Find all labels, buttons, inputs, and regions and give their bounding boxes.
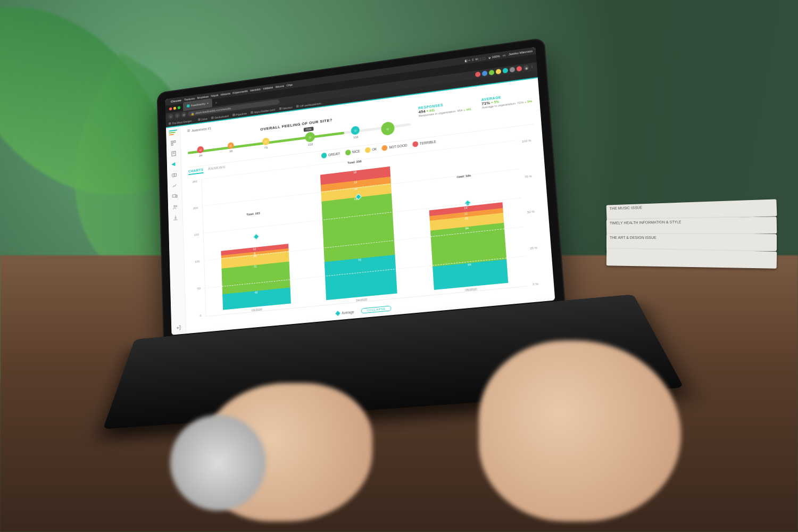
back-button[interactable]: ‹	[169, 114, 173, 119]
y-tick: 0	[193, 314, 201, 318]
menubar-item[interactable]: Kirjanmerkit	[232, 89, 248, 94]
y2-tick: 25 %	[530, 245, 543, 250]
nav-chart-icon[interactable]	[171, 182, 178, 189]
bookmark-item[interactable]: Netvisor	[279, 105, 293, 110]
bookmark-favicon-icon	[296, 105, 299, 107]
bookmark-favicon-icon	[232, 113, 235, 116]
nav-surveys-icon[interactable]	[170, 150, 177, 157]
traffic-min-icon[interactable]	[173, 107, 176, 110]
y2-tick: 50 %	[527, 209, 541, 214]
nav-users-icon[interactable]	[172, 203, 179, 211]
sentiment-face-icon	[382, 145, 388, 151]
bookmark-item[interactable]: Drive	[198, 117, 207, 121]
bookmark-favicon-icon	[198, 118, 201, 121]
nav-camera-icon[interactable]	[171, 171, 178, 179]
bookmark-favicon-icon	[279, 107, 282, 110]
svg-rect-8	[172, 195, 176, 197]
y2-tick: 100 %	[522, 138, 535, 143]
collapse-button[interactable]: COLLAPSE	[361, 305, 392, 313]
y2-tick: 0 %	[533, 281, 546, 286]
y-tick: 150	[190, 233, 198, 237]
nav-download-icon[interactable]	[172, 214, 179, 221]
bookmark-favicon-icon	[251, 111, 253, 114]
menubar-item[interactable]: Välilehti	[263, 86, 273, 90]
ext-icon[interactable]	[517, 66, 522, 72]
nav-dashboard-icon[interactable]	[170, 139, 177, 147]
lock-icon: 🔒	[191, 112, 194, 115]
sentiment-face-icon	[345, 149, 351, 156]
bar-column: Total: 238 72115191319 04/2020	[320, 156, 397, 305]
legend-item[interactable]: NICE	[345, 148, 360, 156]
menubar-item[interactable]: Henkilöt	[250, 88, 261, 92]
ext-icon[interactable]	[489, 70, 495, 76]
forward-button[interactable]: ›	[175, 113, 180, 118]
bookmark-item[interactable]: Pipedrive	[232, 112, 247, 117]
legend-item[interactable]: TERRIBLE	[412, 139, 436, 147]
y-tick: 50	[192, 287, 201, 290]
average-point-icon	[253, 234, 260, 240]
menubar-item[interactable]: Ohje	[286, 83, 293, 87]
average-legend: Average	[336, 310, 354, 315]
svg-rect-0	[171, 141, 173, 143]
traffic-max-icon[interactable]	[178, 106, 180, 109]
menubar-item[interactable]: Näytä	[211, 94, 218, 97]
close-icon[interactable]: ×	[207, 102, 209, 105]
sentiment-face-icon	[321, 153, 327, 159]
sentiment-face-icon: ☺	[197, 146, 204, 153]
ext-icon[interactable]	[510, 67, 516, 73]
responses-metric: RESPONSES 454 + 441 Responses in organiz…	[418, 99, 471, 118]
traffic-close-icon[interactable]	[169, 107, 172, 111]
sentiment-face-icon: ☺	[228, 142, 234, 149]
y-tick: 250	[188, 180, 197, 184]
awareness-label: Awareness #1	[192, 126, 211, 132]
x-tick: 04/2020	[356, 298, 367, 302]
x-tick: 03/2020	[252, 307, 262, 312]
chart-tab-ranking[interactable]: RANKING	[208, 165, 226, 172]
menubar-item[interactable]: Ikkuna	[276, 85, 284, 89]
svg-point-10	[174, 205, 176, 207]
legend-item[interactable]: NOT GOOD	[382, 143, 408, 151]
diamond-icon	[335, 311, 340, 316]
tab-favicon-icon	[187, 104, 189, 107]
bar-segment[interactable]: 115	[322, 194, 395, 262]
wristwatch	[170, 415, 266, 511]
ext-icon[interactable]	[482, 71, 488, 77]
brand-logo-icon[interactable]	[169, 129, 177, 136]
bar-segment[interactable]: 72	[325, 255, 397, 301]
ext-icon[interactable]	[475, 71, 481, 77]
bookmark-favicon-icon	[169, 122, 171, 125]
average-badge: 71%	[303, 127, 313, 132]
ext-icon[interactable]	[496, 69, 502, 74]
svg-rect-9	[176, 195, 177, 197]
y-tick: 100	[191, 260, 200, 263]
tab-label: Feedbackly	[191, 102, 205, 107]
ext-icon[interactable]	[503, 68, 509, 73]
svg-rect-6	[172, 173, 177, 177]
svg-point-11	[176, 205, 177, 207]
chart-tab-charts[interactable]: CHARTS	[188, 168, 204, 176]
question-type-icon: ☰	[187, 129, 190, 133]
svg-rect-1	[174, 140, 176, 143]
new-tab-button[interactable]: +	[213, 100, 220, 105]
legend-item[interactable]: GREAT!	[321, 151, 340, 159]
average-metric: AVERAGE 71% + 5% Average in organization…	[481, 92, 532, 110]
y-tick: 200	[189, 206, 198, 210]
reload-button[interactable]: ⟳	[181, 112, 186, 118]
svg-rect-2	[171, 144, 173, 146]
menu-icon[interactable]: ⋮	[530, 64, 534, 70]
wifi-icon[interactable]: ⬙ 100%	[488, 54, 500, 59]
battery-icon[interactable]: ▭	[502, 53, 505, 57]
nav-logout-icon[interactable]	[175, 324, 182, 331]
profile-icon[interactable]: ◉	[523, 65, 529, 71]
magazine	[606, 248, 777, 269]
menubar-item[interactable]: Historia	[221, 92, 230, 96]
nav-megaphone-icon[interactable]	[171, 161, 178, 168]
nav-devices-icon[interactable]	[171, 193, 178, 200]
app-name[interactable]: Chrome	[171, 99, 181, 103]
legend-item[interactable]: OK	[365, 146, 377, 153]
sentiment-face-icon: ☺	[381, 121, 395, 136]
bar-column: Total: 163 437228812 03/2020	[219, 169, 291, 314]
sentiment-face-icon	[365, 147, 371, 153]
bookmark-favicon-icon	[211, 117, 214, 119]
bar-column: Total: 186 5484231114 05/2020	[426, 143, 508, 295]
